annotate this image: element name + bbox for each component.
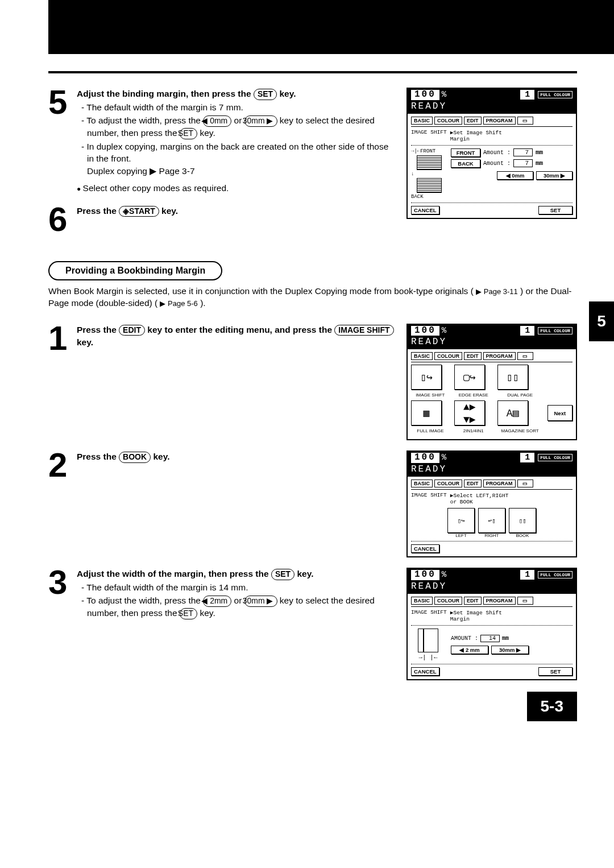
- step-2: 2 Press the BOOK key.: [48, 450, 396, 480]
- increase-30mm-button[interactable]: 30mm ▶: [536, 171, 572, 180]
- book-key: BOOK: [119, 452, 151, 463]
- back-diagram-label: BACK: [411, 194, 447, 200]
- image-shift-button[interactable]: ▯↪: [411, 365, 442, 390]
- full-colour-badge: FULL COLOUR: [538, 454, 572, 461]
- tab-settings-icon[interactable]: ▭: [517, 117, 533, 125]
- percent-sign: %: [442, 453, 446, 462]
- txt: When Book Margin is selected, use it in …: [48, 286, 474, 296]
- step-6: 6 Press the ◈START key.: [48, 205, 396, 234]
- tab-edit[interactable]: EDIT: [464, 117, 482, 125]
- tab-basic[interactable]: BASIC: [411, 352, 433, 360]
- decrease-0mm-button[interactable]: ◀ 0mm: [497, 171, 533, 180]
- txt: Press the: [77, 452, 117, 461]
- tab-colour[interactable]: COLOUR: [434, 117, 462, 125]
- front-button[interactable]: FRONT: [451, 148, 480, 157]
- tab-colour[interactable]: COLOUR: [434, 597, 462, 605]
- chapter-side-tab: 5: [589, 301, 614, 341]
- amount-label: Amount :: [483, 150, 511, 156]
- tab-colour[interactable]: COLOUR: [434, 480, 462, 487]
- tab-program[interactable]: PROGRAM: [483, 352, 516, 360]
- step3-li1: The default width of the margin is 14 mm…: [81, 581, 396, 594]
- left-button[interactable]: ▯↪: [447, 508, 475, 533]
- right-button[interactable]: ↩▯: [478, 508, 505, 533]
- page-content: 5 Adjust the binding margin, then press …: [0, 71, 614, 680]
- tab-program[interactable]: PROGRAM: [483, 480, 516, 487]
- thirty-mm-key: 30mm ▶: [244, 596, 277, 607]
- lcd-panel-book-margin-amount: 100 % READY 1 FULL COLOUR BASIC COLOUR: [406, 568, 577, 680]
- tab-program[interactable]: PROGRAM: [483, 597, 516, 605]
- zero-mm-key: ◀ 0mm: [203, 115, 231, 127]
- copy-count: 1: [520, 326, 534, 336]
- tab-edit[interactable]: EDIT: [464, 480, 482, 487]
- status-ready: READY: [411, 581, 447, 592]
- tab-colour[interactable]: COLOUR: [434, 352, 462, 360]
- full-colour-badge: FULL COLOUR: [538, 327, 572, 334]
- tab-settings-icon[interactable]: ▭: [517, 480, 533, 487]
- txt: Adjust the width of the margin, then pre…: [77, 569, 269, 578]
- zoom-value: 100: [411, 326, 439, 336]
- txt: In duplex copying, margins on the back a…: [86, 142, 388, 164]
- page-ref: Duplex copying ▶ Page 3-7: [87, 166, 195, 176]
- tab-settings-icon[interactable]: ▭: [517, 597, 533, 605]
- status-ready: READY: [411, 464, 447, 474]
- breadcrumb: IMAGE SHIFT: [411, 609, 447, 622]
- start-key: ◈START: [119, 206, 159, 217]
- tab-basic[interactable]: BASIC: [411, 480, 433, 487]
- percent-sign: %: [442, 326, 446, 335]
- decrease-2mm-button[interactable]: ◀ 2 mm: [451, 646, 488, 654]
- amount-back-value: 7: [513, 159, 533, 167]
- thirty-mm-key: 30mm ▶: [244, 115, 277, 127]
- edge-erase-button[interactable]: ▢↪: [454, 365, 485, 390]
- two-in-one-label: 2IN1/4IN1: [454, 428, 493, 433]
- dual-page-button[interactable]: ▯▯: [497, 365, 528, 390]
- lcd-panel-edit-menu: 100 % READY 1 FULL COLOUR BASIC COLOUR: [406, 324, 577, 441]
- tab-basic[interactable]: BASIC: [411, 597, 433, 605]
- tab-basic[interactable]: BASIC: [411, 117, 433, 125]
- step-number: 1: [48, 324, 71, 353]
- edit-key: EDIT: [119, 325, 145, 336]
- full-image-button[interactable]: ▦: [411, 400, 442, 425]
- left-label: LEFT: [447, 533, 475, 538]
- magazine-sort-label: MAGAZINE SORT: [497, 428, 543, 433]
- section-heading: Providing a Bookbinding Margin: [48, 261, 222, 280]
- tab-settings-icon[interactable]: ▭: [517, 352, 533, 360]
- txt: key.: [200, 128, 215, 138]
- increase-30mm-button[interactable]: 30mm ▶: [491, 646, 529, 654]
- dual-page-label: DUAL PAGE: [497, 392, 543, 398]
- full-image-label: FULL IMAGE: [411, 428, 450, 433]
- image-shift-key: IMAGE SHIFT: [334, 325, 393, 336]
- step5-li3: In duplex copying, margins on the back a…: [81, 140, 396, 177]
- txt: key.: [153, 452, 169, 461]
- page-diagram-back: [417, 178, 442, 193]
- step-number: 3: [48, 568, 71, 597]
- zoom-value: 100: [411, 90, 439, 100]
- zoom-value: 100: [411, 570, 439, 580]
- cancel-button[interactable]: CANCEL: [411, 544, 439, 553]
- txt: key.: [161, 206, 178, 216]
- cancel-button[interactable]: CANCEL: [411, 206, 439, 214]
- copy-count: 1: [520, 453, 534, 462]
- mm-label: mm: [502, 635, 509, 642]
- magazine-sort-button[interactable]: A▤: [497, 400, 528, 425]
- tab-program[interactable]: PROGRAM: [483, 117, 516, 125]
- top-black-bar: [48, 0, 614, 54]
- txt: Press the: [77, 325, 117, 334]
- full-colour-badge: FULL COLOUR: [538, 91, 572, 98]
- percent-sign: %: [442, 571, 446, 579]
- next-button[interactable]: Next: [547, 405, 572, 421]
- divider: [48, 71, 577, 73]
- set-button[interactable]: SET: [538, 206, 572, 214]
- step5-note: Select other copy modes as required.: [77, 182, 396, 195]
- back-button[interactable]: BACK: [451, 159, 480, 168]
- set-button[interactable]: SET: [538, 667, 572, 676]
- percent-sign: %: [442, 90, 446, 99]
- tab-edit[interactable]: EDIT: [464, 597, 482, 605]
- book-button[interactable]: ▯▯: [509, 508, 536, 533]
- page-diagram-front: [417, 155, 442, 170]
- hint-text: ▶Set Image Shift Margin: [450, 609, 502, 622]
- tab-edit[interactable]: EDIT: [464, 352, 482, 360]
- two-in-one-button[interactable]: ▲▶▼▶: [454, 400, 485, 425]
- cancel-button[interactable]: CANCEL: [411, 667, 439, 676]
- step-number: 6: [48, 205, 71, 234]
- copy-count: 1: [520, 570, 534, 580]
